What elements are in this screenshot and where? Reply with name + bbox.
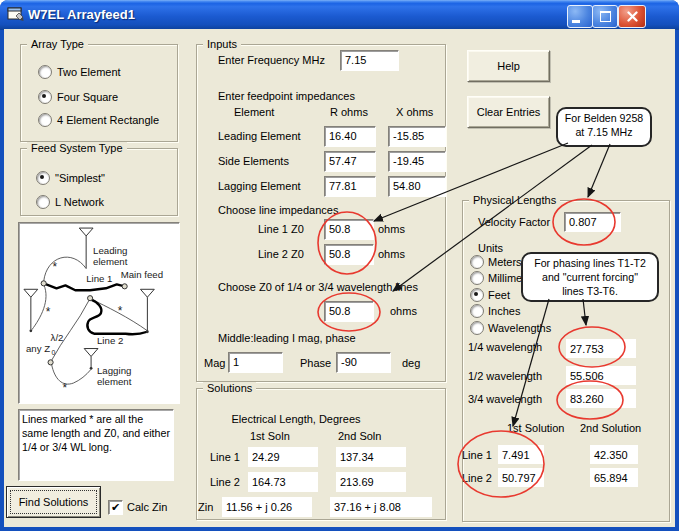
clear-entries-label: Clear Entries bbox=[477, 106, 541, 118]
radio-inches[interactable] bbox=[470, 304, 484, 318]
diagram-line1-label: Line 1 bbox=[86, 273, 112, 284]
frequency-input[interactable]: 7.15 bbox=[340, 50, 399, 71]
diagram-leading-label-2: element bbox=[93, 256, 128, 267]
feedpoint-label: Enter feedpoint impedances bbox=[218, 90, 355, 103]
radio-meters-label: Meters bbox=[488, 256, 522, 269]
zin-value2: 37.16 + j 8.08 bbox=[330, 497, 432, 517]
radio-four-square-label: Four Square bbox=[57, 91, 118, 104]
choose-z0-input[interactable]: 50.8 bbox=[324, 301, 374, 322]
radio-two-element[interactable] bbox=[38, 65, 52, 79]
choose-line-impedances-label: Choose line impedances bbox=[218, 204, 338, 217]
array-diagram-drawing: Leading element Main feed Line 1 Line 2 … bbox=[19, 223, 177, 401]
choose-z0-label: Choose Z0 of 1/4 or 3/4 wavelength lines bbox=[218, 281, 418, 294]
radio-four-square[interactable] bbox=[38, 90, 52, 104]
radio-simplest-label: "Simplest" bbox=[55, 172, 105, 185]
side-r-input[interactable]: 57.47 bbox=[324, 151, 376, 172]
radio-wavelengths[interactable] bbox=[470, 321, 484, 335]
diagram-star-1: * bbox=[53, 260, 58, 274]
deg-label: deg bbox=[402, 357, 420, 370]
belden-callout: For Belden 9258 at 7.15 MHz bbox=[556, 107, 652, 147]
radio-l-network-label: L Network bbox=[55, 196, 104, 209]
solutions-legend: Solutions bbox=[203, 382, 256, 395]
diagram-leading-label-1: Leading bbox=[93, 245, 127, 256]
mag-label: Mag bbox=[204, 357, 225, 370]
physical-col2-header: 2nd Solution bbox=[580, 422, 641, 435]
frequency-label: Enter Frequency MHz bbox=[218, 54, 325, 67]
minimize-icon bbox=[572, 20, 580, 23]
column-r-ohms: R ohms bbox=[330, 106, 368, 119]
line1-z0-input[interactable]: 50.8 bbox=[324, 219, 374, 240]
physical-line2-label: Line 2 bbox=[462, 472, 492, 485]
lagging-element-label: Lagging Element bbox=[218, 180, 301, 193]
calc-zin-checkbox[interactable]: ✔ bbox=[108, 500, 123, 515]
velocity-factor-input[interactable]: 0.807 bbox=[564, 212, 621, 232]
quarter-wavelength-value: 27.753 bbox=[566, 339, 636, 358]
diagram-lagging-label-2: element bbox=[97, 376, 132, 387]
help-button[interactable]: Help bbox=[467, 50, 550, 82]
solutions-col1-header: 1st Soln bbox=[250, 430, 290, 443]
window-title: W7EL Arrayfeed1 bbox=[28, 0, 135, 29]
inputs-legend: Inputs bbox=[203, 38, 241, 51]
lagging-x-input[interactable]: 54.80 bbox=[388, 176, 446, 197]
diagram-main-feed-label: Main feed bbox=[121, 269, 163, 280]
maximize-button[interactable] bbox=[592, 5, 618, 28]
diagram-line2-label: Line 2 bbox=[97, 335, 123, 346]
physical-line1-value2: 42.350 bbox=[590, 445, 638, 464]
diagram-star-3: * bbox=[118, 304, 123, 318]
three-quarter-wavelength-label: 3/4 wavelength bbox=[468, 393, 542, 406]
quarter-wavelength-label: 1/4 wavelength bbox=[468, 341, 542, 354]
radio-feet[interactable] bbox=[470, 288, 484, 302]
phasing-callout-line1: For phasing lines T1-T2 bbox=[523, 256, 657, 270]
radio-l-network[interactable] bbox=[36, 195, 50, 209]
help-button-label: Help bbox=[497, 60, 520, 72]
diagram-star-2: * bbox=[46, 305, 51, 319]
feed-system-legend: Feed System Type bbox=[27, 142, 127, 155]
array-type-legend: Array Type bbox=[27, 38, 88, 51]
diagram-half-wl-label: λ/2 bbox=[51, 332, 64, 343]
clear-entries-button[interactable]: Clear Entries bbox=[467, 96, 550, 128]
radio-wavelengths-label: Wavelengths bbox=[488, 322, 551, 335]
radio-simplest[interactable] bbox=[36, 171, 50, 185]
solutions-line2-label: Line 2 bbox=[210, 476, 240, 489]
radio-two-element-label: Two Element bbox=[57, 66, 121, 79]
column-x-ohms: X ohms bbox=[396, 106, 433, 119]
solutions-line1-value1: 24.29 bbox=[248, 447, 318, 467]
leading-x-input[interactable]: -15.85 bbox=[388, 126, 446, 147]
side-x-input[interactable]: -19.45 bbox=[388, 151, 446, 172]
belden-callout-line1: For Belden 9258 bbox=[558, 111, 650, 125]
physical-col1-header: 1st Solution bbox=[507, 422, 564, 435]
app-icon bbox=[7, 7, 25, 23]
radio-meters[interactable] bbox=[470, 255, 484, 269]
find-solutions-button[interactable]: Find Solutions bbox=[6, 486, 101, 518]
phase-label: Phase bbox=[300, 357, 331, 370]
line2-z0-label: Line 2 Z0 bbox=[258, 248, 304, 261]
find-solutions-label: Find Solutions bbox=[19, 496, 89, 508]
solutions-line1-value2: 137.34 bbox=[336, 447, 406, 467]
half-wavelength-value: 55.506 bbox=[566, 366, 636, 385]
leading-r-input[interactable]: 16.40 bbox=[324, 126, 376, 147]
phasing-callout-line2: and "current forcing" bbox=[523, 270, 657, 284]
radio-inches-label: Inches bbox=[488, 305, 520, 318]
line2-z0-input[interactable]: 50.8 bbox=[324, 244, 374, 265]
diagram-star-4: * bbox=[62, 381, 67, 395]
belden-callout-line2: at 7.15 MHz bbox=[558, 125, 650, 139]
mag-input[interactable]: 1 bbox=[228, 352, 283, 373]
physical-line2-value1: 50.797 bbox=[498, 468, 544, 487]
phasing-callout-line3: lines T3-T6. bbox=[523, 284, 657, 298]
array-diagram: Leading element Main feed Line 1 Line 2 … bbox=[18, 222, 180, 404]
line1-z0-ohms: ohms bbox=[378, 223, 405, 236]
half-wavelength-label: 1/2 wavelength bbox=[468, 370, 542, 383]
diagram-lagging-label-1: Lagging bbox=[97, 365, 131, 376]
physical-line1-value1: 7.491 bbox=[498, 445, 544, 464]
radio-millimeters[interactable] bbox=[470, 271, 484, 285]
phasing-callout: For phasing lines T1-T2 and "current for… bbox=[521, 252, 659, 302]
radio-feet-label: Feet bbox=[488, 289, 510, 302]
electrical-length-header: Electrical Length, Degrees bbox=[216, 413, 376, 426]
phase-input[interactable]: -90 bbox=[336, 352, 391, 373]
lagging-r-input[interactable]: 77.81 bbox=[324, 176, 376, 197]
radio-4-element-rectangle[interactable] bbox=[38, 113, 52, 127]
minimize-button[interactable] bbox=[567, 5, 593, 28]
physical-line1-label: Line 1 bbox=[462, 449, 492, 462]
close-button[interactable] bbox=[618, 5, 646, 28]
calc-zin-label: Calc Zin bbox=[127, 501, 167, 514]
